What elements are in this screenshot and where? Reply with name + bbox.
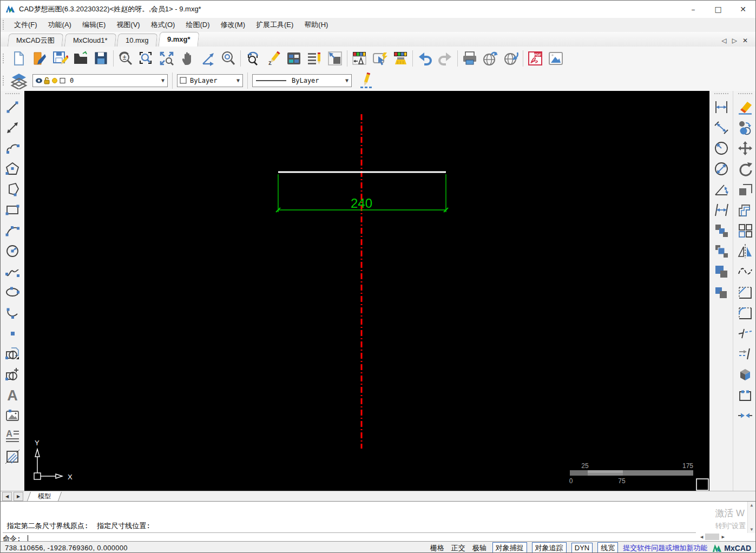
open-folder-button[interactable] (70, 48, 91, 69)
new-file-button[interactable] (9, 48, 29, 69)
format-painter-button[interactable] (390, 48, 411, 69)
feedback-link[interactable]: 提交软件问题或增加新功能 (623, 543, 707, 553)
zoom-extents-button[interactable] (156, 48, 177, 69)
ellipse-button[interactable] (2, 282, 23, 302)
linetype-manager-button[interactable] (304, 48, 325, 69)
menu-edit[interactable]: 编辑(E) (77, 18, 111, 31)
print-button[interactable] (459, 48, 480, 69)
trim-button[interactable] (735, 323, 755, 344)
layers-button[interactable] (9, 70, 29, 91)
erase-button[interactable] (735, 97, 755, 117)
scroll-down-icon[interactable]: ▼ (751, 527, 753, 532)
rotate-button[interactable] (735, 159, 755, 179)
offset-button[interactable] (735, 200, 755, 220)
menu-express-tools[interactable]: 扩展工具(E) (251, 18, 299, 31)
drawing-canvas[interactable]: 240 Y X 25 (24, 91, 709, 491)
zoom-window-button[interactable] (136, 48, 156, 69)
redo-button[interactable] (435, 48, 456, 69)
chamfer-button[interactable] (735, 282, 755, 302)
text-button[interactable]: A (2, 385, 23, 405)
open-web-button[interactable] (501, 48, 521, 69)
toggle-lineweight[interactable]: 线宽 (597, 542, 618, 553)
create-block-button[interactable] (2, 364, 23, 385)
line-button[interactable] (2, 97, 23, 117)
open-drawing-button[interactable] (29, 48, 50, 69)
scroll-right-icon[interactable]: ▶ (721, 534, 724, 539)
menu-function[interactable]: 功能(A) (43, 18, 77, 31)
model-tab[interactable]: 模型 (27, 492, 62, 501)
layer-combobox[interactable]: 0 ▼ (32, 74, 168, 87)
rectangle-button[interactable] (2, 200, 23, 220)
export-image-button[interactable] (545, 48, 566, 69)
scrollbar-thumb[interactable] (705, 534, 719, 540)
overlap-squares-4-button[interactable] (711, 282, 732, 302)
draw-settings-button[interactable] (356, 70, 377, 91)
scale-button[interactable] (735, 179, 755, 200)
explode-button[interactable] (735, 364, 755, 385)
tab-close-icon[interactable]: ✕ (742, 37, 748, 44)
dim-angular-button[interactable] (711, 179, 732, 200)
save-button[interactable] (50, 48, 70, 69)
circle-button[interactable] (2, 241, 23, 261)
overlap-squares-3-button[interactable] (711, 261, 732, 282)
toggle-dyn[interactable]: DYN (571, 543, 593, 553)
arc-3point-button[interactable] (2, 220, 23, 241)
model-scroll-right-button[interactable]: ▶ (14, 492, 23, 501)
break-button[interactable] (735, 385, 755, 405)
maximize-button[interactable]: □ (706, 1, 731, 18)
linetype-combobox[interactable]: ByLayer ▼ (252, 74, 352, 87)
arc-button[interactable] (2, 138, 23, 159)
command-horizontal-scrollbar[interactable]: ◀ ▶ (700, 533, 747, 541)
menu-draw[interactable]: 绘图(D) (180, 18, 215, 31)
spline-edit-button[interactable] (735, 261, 755, 282)
undo-button[interactable] (415, 48, 435, 69)
toggle-grid[interactable]: 栅格 (429, 543, 445, 553)
overlap-squares-1-button[interactable] (711, 220, 732, 241)
close-button[interactable]: ✕ (731, 1, 755, 18)
move-button[interactable] (735, 138, 755, 159)
polygon-button[interactable] (2, 159, 23, 179)
array-button[interactable] (735, 220, 755, 241)
tab-scroll-right-icon[interactable]: ▷ (732, 37, 737, 44)
dim-rotated-button[interactable] (711, 200, 732, 220)
measure-axes-button[interactable] (198, 48, 218, 69)
toggle-otrack[interactable]: 对象追踪 (532, 542, 567, 553)
command-window[interactable]: 指定第二条尺寸界线原点: 指定尺寸线位置: 命令: Mx_DrawOrderTo… (1, 501, 755, 542)
resize-view-button[interactable] (325, 48, 345, 69)
pan-button[interactable] (177, 48, 198, 69)
construction-line-button[interactable] (2, 117, 23, 138)
fillet-button[interactable] (735, 302, 755, 323)
tab-scroll-left-icon[interactable]: ◁ (721, 37, 726, 44)
extend-button[interactable] (735, 344, 755, 364)
spline-button[interactable] (2, 261, 23, 282)
overlap-squares-2-button[interactable] (711, 241, 732, 261)
previous-view-button[interactable] (242, 48, 263, 69)
menu-help[interactable]: 帮助(H) (299, 18, 333, 31)
tab-mxcloud1[interactable]: MxCloud1* (64, 34, 116, 47)
layer-manager-button[interactable] (349, 48, 370, 69)
tab-mxcad-cloud[interactable]: MxCAD云图 (8, 34, 63, 47)
dim-diameter-button[interactable] (711, 159, 732, 179)
point-button[interactable] (2, 323, 23, 344)
linetype-combo-chevron-icon[interactable]: ▼ (343, 75, 351, 87)
menu-file[interactable]: 文件(F) (9, 18, 43, 31)
color-palette-button[interactable] (284, 48, 304, 69)
color-combobox[interactable]: ByLayer ▼ (177, 74, 243, 87)
command-vertical-scrollbar[interactable]: ▲ ▼ (747, 502, 755, 533)
insert-block-button[interactable] (2, 344, 23, 364)
export-pdf-button[interactable]: PDF (525, 48, 545, 69)
color-combo-chevron-icon[interactable]: ▼ (234, 75, 242, 87)
menu-modify[interactable]: 修改(M) (215, 18, 251, 31)
ellipse-arc-button[interactable] (2, 302, 23, 323)
toggle-osnap[interactable]: 对象捕捉 (492, 542, 527, 553)
dim-linear-button[interactable] (711, 97, 732, 117)
layer-combo-chevron-icon[interactable]: ▼ (159, 75, 167, 87)
redraw-pencil-button[interactable]: z (263, 48, 284, 69)
copy-button[interactable] (735, 117, 755, 138)
hatch-button[interactable] (2, 446, 23, 467)
tab-10mxg[interactable]: 10.mxg (117, 34, 157, 47)
scroll-up-icon[interactable]: ▲ (751, 503, 753, 508)
publish-web-button[interactable] (480, 48, 501, 69)
model-scroll-left-button[interactable]: ◀ (2, 492, 12, 501)
save-as-button[interactable] (91, 48, 111, 69)
